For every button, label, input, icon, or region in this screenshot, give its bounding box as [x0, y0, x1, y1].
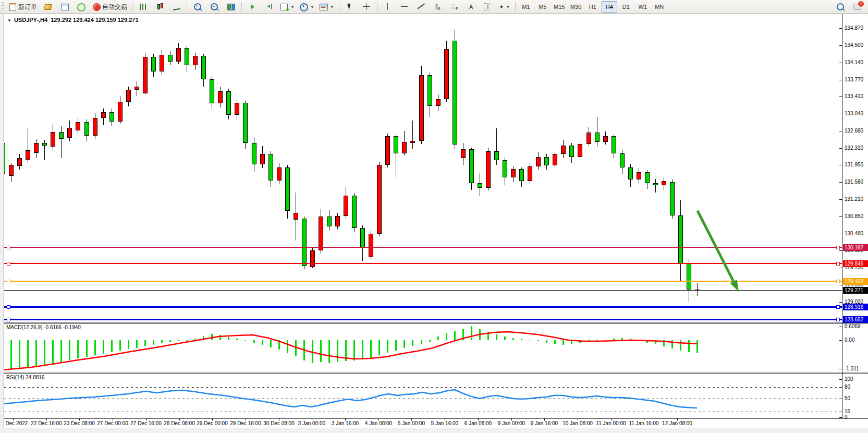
time-tick-label: 11 Jan 16:00: [629, 420, 658, 426]
zoom-in-button[interactable]: +: [190, 1, 205, 13]
line-chart-button[interactable]: [168, 1, 184, 13]
fibonacci-button[interactable]: ≣F: [447, 1, 462, 13]
candle: [302, 219, 307, 266]
zoom-out-button[interactable]: −: [206, 1, 222, 13]
label-button[interactable]: T: [480, 1, 496, 13]
macd-histogram-bar: [295, 340, 297, 356]
macd-histogram-bar: [153, 340, 154, 345]
timeframe-button-mn[interactable]: MN: [652, 1, 667, 13]
candle: [511, 169, 516, 177]
timeframe-button-m5[interactable]: M5: [535, 1, 551, 13]
line-handle[interactable]: [7, 246, 10, 249]
macd-histogram-bar: [27, 340, 29, 368]
price-line-128.652[interactable]: [4, 319, 842, 320]
macd-histogram-bar: [605, 340, 606, 340]
candle-wick: [655, 179, 656, 193]
bid-price-line: [4, 290, 842, 291]
bar-chart-icon: [139, 3, 147, 11]
line-handle[interactable]: [7, 305, 10, 309]
candle: [678, 215, 683, 264]
horizontal-line-button[interactable]: [397, 1, 412, 13]
candle: [628, 167, 633, 179]
candle: [310, 250, 315, 267]
pane-separator[interactable]: [0, 373, 868, 374]
time-tick-label: 27 Dec 00:00: [97, 420, 128, 426]
timeframe-button-d1[interactable]: D1: [618, 1, 634, 13]
macd-histogram-bar: [345, 340, 347, 361]
chart-window[interactable]: 134.870134.500134.140133.770133.410133.0…: [0, 14, 868, 428]
timeframe-button-h1[interactable]: H1: [585, 1, 601, 13]
periods-button[interactable]: ▼: [298, 1, 316, 13]
candle: [410, 141, 415, 143]
cursor-button[interactable]: [342, 1, 358, 13]
line-handle[interactable]: [836, 318, 840, 321]
templates-button[interactable]: ▼: [317, 1, 336, 13]
autotrading-button[interactable]: 自动交易: [90, 1, 129, 13]
macd-histogram-bar: [337, 340, 338, 362]
candle: [277, 167, 282, 181]
macd-histogram-bar: [52, 340, 54, 364]
timeframe-button-m30[interactable]: M30: [568, 1, 584, 13]
price-line-129.846[interactable]: [4, 263, 842, 264]
macd-histogram-bar: [421, 340, 422, 344]
channel-icon: ∥E: [435, 3, 441, 10]
toolbar-grip[interactable]: [2, 2, 4, 11]
candle: [285, 167, 290, 211]
line-handle[interactable]: [836, 305, 840, 309]
macd-histogram-bar: [244, 340, 246, 341]
chevron-down-icon[interactable]: ▼: [7, 18, 11, 23]
zoom-in-icon: +: [193, 3, 202, 11]
macd-histogram-bar: [571, 340, 572, 344]
line-handle[interactable]: [7, 318, 10, 321]
trend-arrow[interactable]: [0, 14, 868, 322]
line-handle[interactable]: [836, 262, 840, 266]
notifications-button[interactable]: 1: [849, 1, 865, 13]
price-line-128.916[interactable]: [4, 306, 842, 308]
price-tick-label: 134.140: [845, 59, 863, 66]
pane-separator[interactable]: [0, 322, 868, 323]
timeframe-button-w1[interactable]: W1: [635, 1, 651, 13]
candlestick-chart-button[interactable]: [152, 1, 167, 13]
search-button[interactable]: [833, 1, 848, 13]
arrows-button[interactable]: ✦▼: [497, 1, 512, 13]
new-order-button[interactable]: 新订单: [6, 1, 39, 13]
line-handle[interactable]: [7, 262, 10, 266]
market-button[interactable]: [40, 1, 56, 13]
channel-button[interactable]: ∥E: [430, 1, 446, 13]
new-chart-button[interactable]: ▼: [278, 1, 297, 13]
price-line-label: 128.916: [843, 304, 868, 310]
price-line-129.468[interactable]: [4, 281, 842, 282]
tile-windows-button[interactable]: [223, 1, 239, 13]
pane-separator[interactable]: [0, 323, 868, 324]
candle: [344, 196, 348, 216]
vertical-line-button[interactable]: [380, 1, 396, 13]
candle: [226, 91, 231, 115]
macd-histogram-bar: [521, 339, 522, 340]
chart-shift-button[interactable]: [261, 1, 277, 13]
line-handle[interactable]: [7, 280, 10, 283]
price-tick-label: 131.580: [845, 179, 863, 185]
timeframe-button-m15[interactable]: M15: [552, 1, 567, 13]
timeframe-button-m1[interactable]: M1: [518, 1, 534, 13]
pane-separator[interactable]: [0, 372, 868, 372]
time-tick-label: 22 Dec 2022: [0, 420, 28, 426]
price-tick-label: 131.210: [845, 196, 863, 202]
macd-histogram-bar: [496, 334, 497, 340]
price-line-130.192[interactable]: [4, 247, 842, 248]
line-handle[interactable]: [836, 246, 840, 249]
macd-tick-label: 0.00: [845, 337, 854, 343]
bar-chart-button[interactable]: [135, 1, 151, 13]
crosshair-button[interactable]: [359, 1, 374, 13]
trendline-button[interactable]: [413, 1, 429, 13]
market-watch-button[interactable]: [57, 1, 72, 13]
auto-scroll-button[interactable]: [244, 1, 260, 13]
line-handle[interactable]: [836, 280, 840, 283]
macd-histogram-bar: [370, 340, 372, 358]
candle-wick: [597, 117, 597, 147]
timeframe-button-h4[interactable]: H4: [602, 1, 617, 13]
signals-button[interactable]: [74, 1, 89, 13]
text-button[interactable]: A: [463, 1, 479, 13]
price-tick-label: 134.870: [845, 25, 863, 31]
timeframe-label: M30: [570, 4, 581, 10]
macd-histogram-bar: [128, 340, 129, 349]
